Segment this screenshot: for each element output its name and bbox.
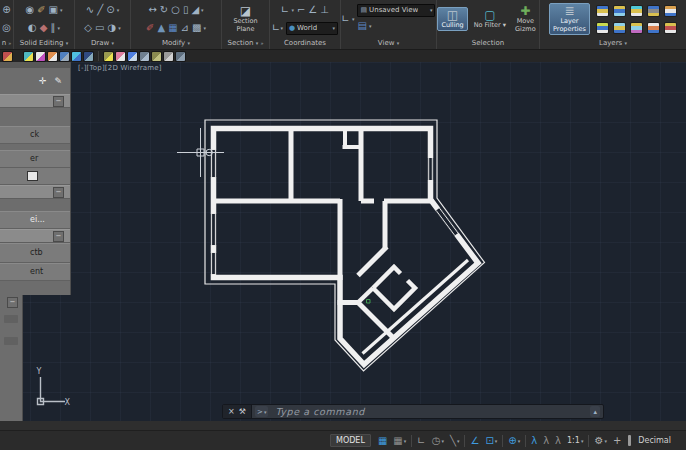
ribbon-tool-icon[interactable]: ▩ (192, 23, 201, 33)
viewport-controls-label[interactable]: [-][Top][2D Wireframe] (78, 64, 162, 72)
ucs-combo[interactable]: ● World ▾ (286, 22, 338, 35)
caret-down-icon[interactable]: ▾ (201, 7, 204, 13)
palette-color-row[interactable] (0, 168, 70, 185)
layer-tool-icon[interactable] (665, 6, 676, 16)
ribbon-tool-icon[interactable]: ∟ (272, 23, 280, 33)
toolbar-icon[interactable] (3, 52, 12, 61)
ribbon-tool-icon[interactable]: ↻ (160, 5, 168, 15)
caret-down-icon[interactable]: ▾ (118, 25, 121, 31)
toolbar-icon[interactable] (36, 52, 45, 61)
layer-tool-icon[interactable] (665, 23, 676, 33)
customize-wrench-icon[interactable]: ⚒ (239, 407, 246, 416)
toolbar-icon[interactable] (60, 52, 69, 61)
ribbon-tool-icon[interactable]: ○ (171, 5, 180, 15)
layer-tool-icon[interactable] (631, 6, 642, 16)
collapse-minus-icon[interactable]: − (7, 297, 18, 308)
caret-down-icon[interactable]: ▾ (291, 7, 294, 13)
panel-label[interactable]: Draw ▾ (75, 38, 130, 49)
annotation-visibility-icon[interactable]: λ (528, 436, 540, 446)
add-cleanscreen-icon[interactable]: + (610, 436, 624, 446)
no-filter-button[interactable]: ▢ No Filter ▾ (471, 8, 509, 31)
caret-down-icon[interactable]: ▾ (203, 25, 206, 31)
ribbon-tool-icon[interactable]: ⊙ (106, 5, 114, 15)
caret-down-icon[interactable]: ▾ (280, 25, 283, 31)
panel-label[interactable]: Selection (437, 38, 539, 49)
layer-tool-icon[interactable] (614, 23, 625, 33)
toolbar-icon[interactable] (24, 52, 33, 61)
ribbon-tool-icon[interactable]: ↔ (148, 5, 156, 15)
isodraft-icon[interactable]: ∠ (467, 436, 482, 446)
ribbon-tool-icon[interactable]: ∿ (86, 5, 94, 15)
ribbon-tool-icon[interactable]: ✐ (37, 5, 45, 15)
panel-label[interactable]: Layers ▾ (540, 38, 686, 49)
collapse-minus-icon[interactable]: − (53, 187, 64, 198)
layer-properties-button[interactable]: ≣ Layer Properties (549, 3, 590, 35)
toolbar-icon[interactable] (84, 52, 93, 61)
ribbon-tool-icon[interactable]: ⌐ (297, 5, 305, 15)
ribbon-tool-icon[interactable]: ✐ (146, 23, 154, 33)
ribbon-tool-icon[interactable]: ∠ (308, 5, 317, 15)
caret-down-icon[interactable]: ▾ (117, 7, 120, 13)
customization-gear-icon[interactable]: ⚙▾ (591, 436, 609, 446)
recent-commands-button[interactable]: > ▾ (255, 406, 268, 417)
layer-tool-icon[interactable] (631, 23, 642, 33)
collapse-minus-icon[interactable]: − (53, 231, 64, 242)
command-history-button[interactable]: ▴ (590, 406, 600, 417)
ribbon-tool-icon[interactable]: ⊕ (2, 5, 10, 15)
ribbon-tool-icon[interactable]: ⊿ (181, 23, 189, 33)
toolbar-icon[interactable] (104, 52, 113, 61)
ribbon-tool-icon[interactable]: ∟ (342, 14, 350, 24)
move-gizmo-button[interactable]: ✚ Move Gizmo (512, 4, 539, 34)
ribbon-tool-icon[interactable]: ◑ (107, 23, 116, 33)
osnap-3d-icon[interactable]: ⊕▾ (505, 436, 523, 446)
palette-section-header[interactable]: − (0, 185, 70, 199)
layer-tool-icon[interactable] (597, 6, 608, 16)
collapse-minus-icon[interactable]: − (53, 96, 64, 107)
ribbon-tool-icon[interactable]: ▯ (183, 5, 189, 15)
palette-field[interactable]: ent (0, 263, 70, 281)
toolbar-icon[interactable] (48, 52, 57, 61)
annotation-scale-control[interactable]: 1:1▾ (564, 436, 586, 445)
layer-tool-icon[interactable] (597, 23, 608, 33)
culling-button[interactable]: ◫ Culling (437, 7, 467, 32)
view-combo[interactable]: ▤ Unsaved View ▾ (357, 4, 435, 17)
palette-section-header[interactable]: − (0, 94, 70, 108)
quick-select-icon[interactable]: ✎ (54, 76, 62, 86)
palette-section-header[interactable]: − (0, 229, 70, 243)
annotation-scale-icon[interactable]: λ (552, 436, 564, 446)
palette-field[interactable]: ck (0, 126, 70, 144)
osnap-icon[interactable]: ⊡▾ (482, 436, 500, 446)
ribbon-tool-icon[interactable]: ◇ (84, 23, 92, 33)
toolbar-icon[interactable] (128, 52, 137, 61)
panel-label[interactable]: n » (0, 38, 13, 49)
ribbon-tool-icon[interactable]: ▲ (157, 23, 165, 33)
panel-label[interactable]: Modify ▾ (131, 38, 221, 49)
color-swatch[interactable] (27, 171, 38, 181)
toolbar-icon[interactable] (116, 52, 125, 61)
ribbon-tool-icon[interactable]: ◎ (2, 23, 11, 33)
ribbon-tool-icon[interactable]: ╱ (97, 5, 103, 15)
toolbar-icon[interactable] (152, 52, 161, 61)
caret-down-icon[interactable]: ▾ (60, 7, 63, 13)
ribbon-tool-icon[interactable]: ▤ (357, 21, 366, 31)
units-control[interactable]: Decimal (635, 436, 674, 445)
layer-tool-icon[interactable] (648, 23, 659, 33)
toolbar-icon[interactable] (140, 52, 149, 61)
ribbon-tool-icon[interactable]: ∟ (281, 5, 289, 15)
toolbar-icon[interactable] (72, 52, 81, 61)
snap-icon[interactable]: ▦▾ (390, 436, 409, 446)
panel-label[interactable]: Section ▾ » (222, 38, 269, 49)
ribbon-tool-icon[interactable]: ◢ (191, 5, 199, 15)
palette-field[interactable]: ctb (0, 243, 70, 263)
pick-add-icon[interactable]: ✛ (39, 76, 47, 86)
object-tracking-icon[interactable]: ╲▾ (447, 436, 463, 446)
ribbon-tool-icon[interactable]: ◐ (28, 23, 37, 33)
polar-tracking-icon[interactable]: ◷▾ (429, 436, 447, 446)
ribbon-tool-icon[interactable]: ▣ (49, 5, 58, 15)
panel-label[interactable]: Solid Editing ▾ (14, 38, 74, 49)
palette-field[interactable]: ei... (0, 211, 70, 229)
ribbon-tool-icon[interactable]: ◆ (40, 23, 48, 33)
toolbar-icon[interactable] (164, 52, 173, 61)
section-plane-button[interactable]: ◪ Section Plane (230, 4, 260, 34)
layer-tool-icon[interactable] (648, 6, 659, 16)
